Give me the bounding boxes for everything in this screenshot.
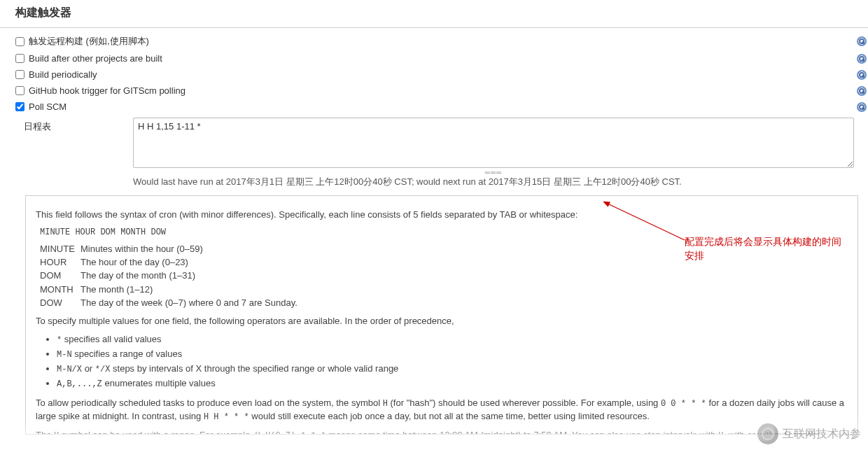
watermark: 互联网技术内参 [757,423,861,444]
section-title: 构建触发器 [0,0,868,28]
fd-name: MINUTE [40,243,80,255]
trigger-remote-build: 触发远程构建 (例如,使用脚本) [15,32,868,50]
trigger-periodically-label: Build periodically [29,69,97,80]
schedule-preview-text: Would last have run at 2017年3月1日 星期三 上午1… [0,174,868,192]
trigger-poll-scm-label: Poll SCM [29,101,66,112]
fd-desc: The day of the week (0–7) where 0 and 7 … [80,297,298,309]
op-item: specifies a range of values [74,349,182,359]
fd-desc: The month (1–12) [80,283,153,296]
build-triggers: 触发远程构建 (例如,使用脚本) Build after other proje… [0,28,868,115]
trigger-periodically-checkbox[interactable] [15,70,24,79]
resize-handle-icon[interactable]: ═══ [133,169,854,174]
trigger-github-hook-label: GitHub hook trigger for GITScm polling [29,85,186,96]
schedule-label: 日程表 [24,118,133,133]
schedule-input[interactable] [133,118,854,168]
cron-help-panel: This field follows the syntax of cron (w… [25,195,858,435]
fd-desc: The day of the month (1–31) [80,269,195,282]
watermark-icon [757,423,778,444]
annotation-text: 配置完成后将会显示具体构建的时间安排 [685,235,846,262]
trigger-periodically: Build periodically [15,66,868,83]
trigger-github-hook: GitHub hook trigger for GITScm polling [15,83,868,99]
fd-desc: The hour of the day (0–23) [80,256,188,269]
trigger-poll-scm-checkbox[interactable] [15,102,24,111]
help-icon[interactable] [857,102,867,112]
schedule-row: 日程表 ═══ [0,115,868,174]
op-item: steps by intervals of X through the spec… [113,363,398,374]
fd-name: MONTH [40,283,80,296]
trigger-remote-label: 触发远程构建 (例如,使用脚本) [29,35,149,48]
help-icon[interactable] [857,54,867,64]
trigger-remote-checkbox[interactable] [15,37,24,46]
help-hash-p1: To allow periodically scheduled tasks to… [36,397,848,423]
help-intro: This field follows the syntax of cron (w… [36,209,848,221]
fd-name: HOUR [40,256,80,269]
help-operators-intro: To specify multiple values for one field… [36,315,848,328]
trigger-after-projects-label: Build after other projects are built [29,53,162,64]
help-icon[interactable] [857,36,867,46]
help-icon[interactable] [857,86,867,96]
help-operators-list: * specifies all valid values M-N specifi… [57,333,848,390]
help-hash-p2: The H symbol can be used with a range. F… [36,429,848,435]
watermark-text: 互联网技术内参 [783,427,861,442]
help-icon[interactable] [857,70,867,80]
trigger-poll-scm: Poll SCM [15,99,868,115]
trigger-after-projects-checkbox[interactable] [15,54,24,63]
trigger-github-hook-checkbox[interactable] [15,86,24,95]
trigger-after-projects: Build after other projects are built [15,50,868,66]
fd-name: DOM [40,269,80,282]
op-item: specifies all valid values [64,334,162,344]
fd-name: DOW [40,297,80,309]
op-item: enumerates multiple values [104,378,215,388]
fd-desc: Minutes within the hour (0–59) [80,243,203,255]
